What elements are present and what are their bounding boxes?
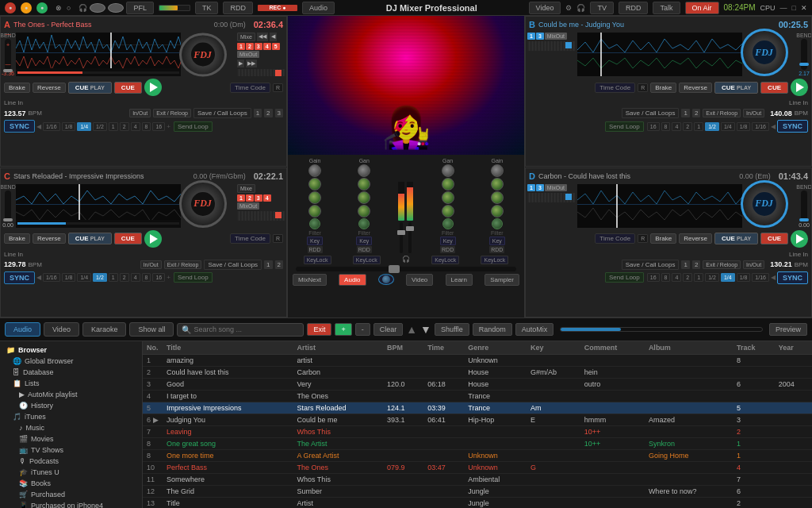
- tk-button[interactable]: TK: [195, 2, 219, 14]
- window-maximize-icon[interactable]: □: [792, 4, 796, 12]
- tab-video[interactable]: Video: [44, 322, 79, 337]
- deck-a-jog[interactable]: FDJ: [179, 33, 227, 76]
- deck-c-reverse[interactable]: Reverse: [33, 233, 66, 244]
- deck-d-exitreloop[interactable]: Exit / Reloop: [703, 260, 741, 269]
- table-row[interactable]: 1amazingartistUnknown8: [143, 355, 812, 367]
- deck-a-beat2[interactable]: 2: [246, 43, 254, 50]
- deck-a-loop3[interactable]: 3: [275, 109, 283, 117]
- keylock-c[interactable]: KeyLock: [431, 256, 459, 264]
- shuffle-button[interactable]: Shuffle: [435, 323, 469, 336]
- deck-c-beat1[interactable]: 1: [237, 194, 245, 202]
- sidebar-lists[interactable]: 📋 Lists: [0, 378, 142, 389]
- deck-c-1_8[interactable]: 1/8: [62, 273, 76, 282]
- table-row[interactable]: 7LeavingWhos This10++2: [143, 426, 812, 438]
- sidebar-purchased-iphone[interactable]: 📱 Purchased on iPhone4: [0, 500, 142, 508]
- deck-d-cue-play[interactable]: CUE PLAY: [714, 233, 758, 244]
- deck-b-16[interactable]: 16: [647, 122, 660, 131]
- deck-a-sync[interactable]: SYNC: [4, 120, 35, 133]
- deck-d-1_16[interactable]: 1/16: [752, 273, 769, 282]
- deck-c-beat-right[interactable]: +: [167, 274, 170, 281]
- deck-b-play[interactable]: [791, 79, 808, 96]
- sidebar-automix[interactable]: ▶ AutoMix playlist: [0, 389, 142, 400]
- deck-b-beat2[interactable]: 3: [536, 33, 544, 40]
- deck-c-loop2[interactable]: 2: [275, 260, 283, 269]
- deck-b-4[interactable]: 4: [672, 122, 681, 131]
- rdd-button[interactable]: RDD: [223, 2, 253, 14]
- ch-c-gain[interactable]: [442, 164, 454, 177]
- settings-icon[interactable]: ⚙: [565, 4, 572, 12]
- deck-d-sync[interactable]: SYNC: [777, 271, 808, 284]
- sort-up-icon[interactable]: ▲: [406, 323, 417, 336]
- ch-d-eq-hi[interactable]: [491, 178, 504, 190]
- table-row[interactable]: 3GoodVery120.006:18Houseoutro62004: [143, 379, 812, 391]
- deck-a-nav-left[interactable]: ◀◀: [257, 33, 268, 41]
- table-row[interactable]: 11SomewhereWhos ThisAmbiental7: [143, 474, 812, 486]
- ch-b-filter[interactable]: [358, 218, 370, 229]
- deck-a-mix-btn[interactable]: Mixe: [237, 33, 255, 41]
- deck-d-timecode[interactable]: Time Code: [595, 233, 635, 244]
- audio-button[interactable]: Audio: [302, 2, 335, 14]
- ch-d-eq-low[interactable]: [491, 205, 504, 217]
- col-album[interactable]: Album: [645, 341, 733, 355]
- ch-b-gain[interactable]: [358, 164, 370, 177]
- ch-c-filter[interactable]: [442, 218, 454, 229]
- deck-d-save-loops[interactable]: Save / Call Loops: [622, 260, 680, 270]
- deck-c-8[interactable]: 8: [142, 273, 151, 282]
- deck-b-beat-left[interactable]: ◀: [771, 123, 776, 130]
- deck-d-brake[interactable]: Brake: [650, 233, 676, 244]
- sampler-btn[interactable]: Sampler: [485, 274, 519, 286]
- col-year[interactable]: Year: [775, 341, 812, 355]
- deck-d-4[interactable]: 4: [672, 273, 681, 282]
- deck-d-pitch[interactable]: [801, 190, 807, 221]
- deck-d-1_4[interactable]: 1/4: [721, 273, 735, 282]
- deck-b-sync[interactable]: SYNC: [777, 120, 808, 133]
- deck-a-send-loop[interactable]: Send Loop: [174, 121, 213, 132]
- deck-d-1[interactable]: 1: [694, 273, 703, 282]
- keylock-a[interactable]: KeyLock: [304, 256, 331, 264]
- col-artist[interactable]: Artist: [293, 341, 383, 355]
- deck-c-mix-btn[interactable]: Mixe: [237, 184, 255, 193]
- deck-d-16[interactable]: 16: [647, 273, 660, 282]
- deck-a-1_4[interactable]: 1/4: [77, 122, 91, 131]
- ch-c-eq-hi[interactable]: [442, 178, 454, 190]
- deck-c-jog[interactable]: FDJ: [179, 180, 227, 228]
- deck-c-play[interactable]: [144, 230, 162, 248]
- deck-b-timecode[interactable]: Time Code: [595, 83, 635, 93]
- ch-b-eq-low[interactable]: [358, 205, 370, 217]
- deck-c-r-btn[interactable]: R: [273, 234, 283, 243]
- sidebar-itunes[interactable]: 🎵 iTunes: [0, 411, 142, 422]
- add-button[interactable]: +: [335, 323, 351, 336]
- window-close-icon[interactable]: ✕: [801, 4, 807, 12]
- deck-d-cue[interactable]: CUE: [760, 233, 788, 244]
- deck-a-16[interactable]: 16: [152, 122, 165, 131]
- deck-a-reverse[interactable]: Reverse: [33, 83, 66, 93]
- col-no[interactable]: No.: [143, 341, 163, 355]
- deck-d-loop2[interactable]: 2: [692, 260, 700, 269]
- sidebar-itunesu[interactable]: 🎓 iTunes U: [0, 467, 142, 478]
- deck-a-8[interactable]: 8: [142, 122, 151, 131]
- deck-c-4[interactable]: 4: [131, 273, 140, 282]
- pfl-button[interactable]: PFL: [126, 2, 154, 14]
- deck-b-save-loops[interactable]: Save / Call Loops: [622, 108, 680, 118]
- rdd-2-button[interactable]: RDD: [619, 2, 649, 14]
- deck-a-beat5[interactable]: 5: [272, 43, 280, 50]
- deck-c-mixout[interactable]: MixOut: [237, 202, 259, 210]
- deck-a-brake[interactable]: Brake: [4, 83, 30, 93]
- search-box[interactable]: 🔍: [177, 323, 304, 337]
- table-row[interactable]: 13TitleArtistJungle2: [143, 498, 812, 509]
- deck-b-send-loop[interactable]: Send Loop: [605, 121, 644, 132]
- deck-b-2[interactable]: 2: [683, 122, 692, 131]
- deck-a-1_16[interactable]: 1/16: [43, 122, 60, 131]
- ch-c-key[interactable]: Key: [440, 237, 456, 245]
- deck-a-save-loops[interactable]: Save / Call Loops: [193, 108, 251, 118]
- ch-a-gain[interactable]: [308, 164, 321, 177]
- deck-c-timecode[interactable]: Time Code: [230, 233, 270, 244]
- deck-a-nav-right[interactable]: ▶▶: [246, 60, 257, 67]
- minimize-icon[interactable]: ●: [21, 2, 32, 13]
- deck-c-save-loops[interactable]: Save / Call Loops: [204, 260, 262, 270]
- close-icon[interactable]: ●: [5, 2, 16, 13]
- deck-a-nav-left2[interactable]: ◀: [270, 33, 277, 41]
- tab-audio[interactable]: Audio: [5, 322, 40, 337]
- deck-c-send-loop[interactable]: Send Loop: [174, 272, 213, 283]
- deck-b-exitreloop[interactable]: Exit / Reloop: [703, 109, 741, 117]
